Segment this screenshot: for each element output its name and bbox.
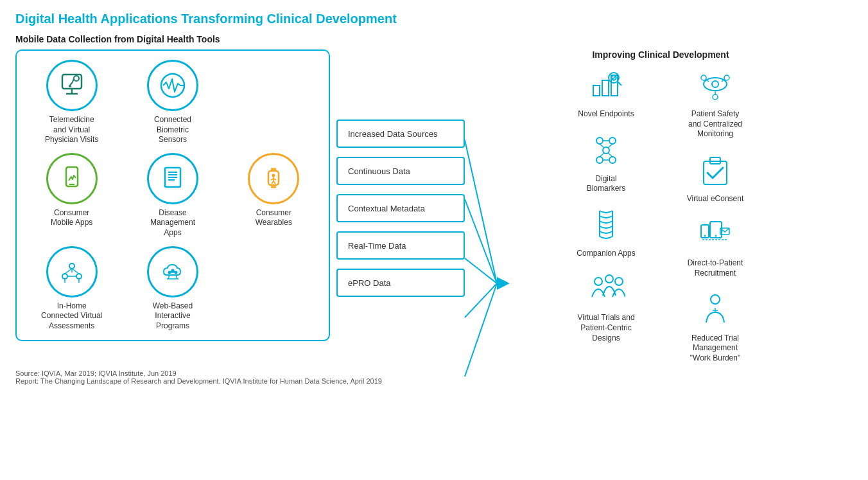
left-panel-title: Mobile Data Collection from Digital Heal… — [15, 34, 330, 44]
disease-mgmt-label: DiseaseManagementApps — [150, 208, 195, 238]
right-panel: Improving Clinical Development — [548, 49, 767, 363]
item-patient-safety: Patient Safetyand CentralizedMonitoring — [670, 65, 760, 139]
svg-point-3 — [74, 76, 79, 81]
web-based-label: Web-BasedInteractivePrograms — [153, 301, 193, 332]
patient-safety-label: Patient Safetyand CentralizedMonitoring — [688, 109, 742, 139]
svg-point-22 — [69, 263, 74, 269]
mid-right-section: Increased Data Sources Continuous Data C… — [330, 34, 853, 363]
data-source-1: Continuous Data — [336, 157, 465, 185]
item-novel-endpoints: Novel Endpoints — [561, 65, 651, 120]
direct-to-patient-svg — [696, 215, 734, 254]
svg-line-25 — [65, 269, 72, 274]
svg-line-43 — [465, 258, 497, 283]
svg-point-55 — [609, 138, 616, 144]
svg-line-61 — [608, 144, 612, 148]
svg-point-4 — [69, 85, 71, 87]
funnel-item-0: Increased Data Sources — [336, 120, 465, 148]
svg-point-86 — [711, 295, 720, 304]
svg-point-54 — [596, 138, 603, 144]
virtual-econsent-svg — [696, 151, 734, 190]
svg-rect-47 — [593, 85, 600, 96]
svg-line-41 — [465, 140, 497, 283]
item-web-based: Web-BasedInteractivePrograms — [128, 246, 218, 332]
virtual-trials-label: Virtual Trials andPatient-CentricDesigns — [577, 313, 634, 343]
svg-point-69 — [615, 278, 623, 285]
item-wearables: ConsumerWearables — [229, 153, 318, 238]
direct-to-patient-icon — [695, 214, 736, 255]
icon-grid: Telemedicineand VirtualPhysician Visits … — [23, 60, 322, 331]
right-col-1: Novel Endpoints — [555, 65, 657, 363]
data-source-4: ePRO Data — [336, 269, 465, 297]
main-title: Digital Health Applications Transforming… — [15, 12, 853, 26]
biometric-label: ConnectedBiometricSensors — [154, 115, 191, 145]
direct-to-patient-label: Direct-to-PatientRecruitment — [688, 258, 743, 278]
left-panel: Mobile Data Collection from Digital Heal… — [15, 34, 330, 341]
consumer-mobile-icon — [56, 163, 88, 195]
right-columns: Novel Endpoints — [555, 65, 767, 363]
item-disease-mgmt: DiseaseManagementApps — [128, 153, 218, 238]
wearables-label: ConsumerWearables — [256, 208, 292, 228]
item-consumer-mobile: ConsumerMobile Apps — [27, 153, 117, 238]
svg-line-60 — [600, 144, 604, 148]
svg-marker-46 — [497, 277, 510, 290]
biometric-icon-circle — [147, 60, 198, 111]
left-box: Telemedicineand VirtualPhysician Visits … — [15, 49, 330, 341]
virtual-econsent-label: Virtual eConsent — [687, 194, 744, 204]
funnel-item-4: ePRO Data — [336, 269, 465, 297]
item-virtual-trials: Virtual Trials andPatient-CentricDesigns — [561, 269, 651, 343]
svg-point-71 — [712, 81, 718, 87]
disease-mgmt-icon-circle — [147, 153, 198, 204]
svg-point-24 — [76, 274, 82, 279]
web-based-icon-circle — [147, 246, 198, 298]
svg-line-44 — [465, 283, 497, 317]
funnel-item-1: Continuous Data — [336, 157, 465, 185]
digital-biomarkers-icon — [586, 130, 627, 171]
item-companion-apps: Companion Apps — [561, 204, 651, 259]
telemedicine-label: Telemedicineand VirtualPhysician Visits — [45, 115, 98, 145]
patient-safety-svg — [696, 66, 734, 105]
svg-point-58 — [609, 157, 616, 163]
wearables-icon — [257, 163, 290, 195]
telemedicine-icon-circle — [46, 60, 98, 111]
item-digital-biomarkers: DigitalBiomarkers — [561, 130, 651, 194]
reduced-trial-label: Reduced TrialManagement"Work Burden" — [690, 333, 740, 364]
item-direct-to-patient: Direct-to-PatientRecruitment — [670, 214, 760, 278]
item-telemedicine: Telemedicineand VirtualPhysician Visits — [27, 60, 117, 145]
svg-rect-48 — [602, 80, 609, 96]
footer-line2: Report: The Changing Landscape of Resear… — [15, 377, 853, 385]
svg-point-23 — [62, 274, 67, 279]
svg-point-74 — [713, 94, 718, 100]
in-home-icon — [56, 256, 88, 288]
virtual-econsent-icon — [695, 150, 736, 191]
item-reduced-trial: Reduced TrialManagement"Work Burden" — [670, 289, 760, 364]
companion-apps-label: Companion Apps — [577, 249, 635, 259]
companion-apps-icon — [586, 204, 627, 245]
right-col-2: Patient Safetyand CentralizedMonitoring — [664, 65, 767, 363]
svg-point-16 — [272, 173, 275, 177]
svg-line-21 — [273, 181, 275, 184]
item-in-home: In-HomeConnected VirtualAssessments — [27, 246, 117, 332]
data-source-2: Contextual Metadata — [336, 194, 465, 222]
reduced-trial-svg — [696, 290, 734, 329]
web-based-icon — [157, 256, 189, 288]
digital-biomarkers-label: DigitalBiomarkers — [587, 174, 626, 194]
biometric-icon — [157, 69, 189, 102]
data-source-3: Real-Time Data — [336, 231, 465, 260]
novel-endpoints-icon — [586, 65, 627, 106]
item-biometric: ConnectedBiometricSensors — [128, 60, 218, 145]
funnel-item-2: Contextual Metadata — [336, 194, 465, 222]
item-virtual-econsent: Virtual eConsent — [670, 150, 760, 204]
svg-line-62 — [600, 153, 604, 157]
svg-line-42 — [465, 199, 497, 283]
data-source-0: Increased Data Sources — [336, 120, 465, 148]
funnel-item-3: Real-Time Data — [336, 231, 465, 260]
right-panel-title: Improving Clinical Development — [555, 49, 767, 60]
in-home-label: In-HomeConnected VirtualAssessments — [41, 301, 102, 332]
footer: Source: IQVIA, Mar 2019; IQVIA Institute… — [15, 369, 853, 385]
svg-point-83 — [704, 235, 706, 237]
consumer-mobile-icon-circle — [46, 153, 98, 204]
disease-mgmt-icon — [157, 163, 189, 195]
virtual-trials-icon — [586, 269, 627, 310]
svg-point-73 — [724, 75, 729, 80]
svg-point-57 — [596, 157, 603, 163]
